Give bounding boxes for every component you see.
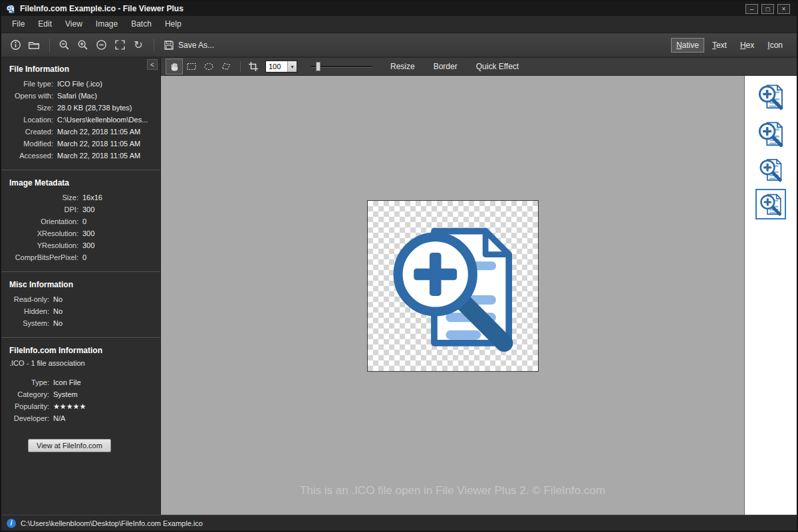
section-title: Image Metadata [1,172,160,192]
row-value: C:\Users\kellenbloom\Des... [57,114,148,126]
app-window: FileInfo.com Example.ico - File Viewer P… [0,0,798,532]
row-value: 300 [82,227,94,239]
row-label: Hidden: [1,305,49,317]
section-title: File Information [1,58,160,78]
row-label: DPI: [1,203,78,215]
row-value: 16x16 [82,192,102,203]
menu-file[interactable]: File [5,16,31,33]
save-as-button[interactable]: Save As... [160,37,218,54]
row-label: Opens with: [1,90,53,102]
row-label: YResolution: [1,239,78,251]
info-row: Location:C:\Users\kellenbloom\Des... [1,114,160,126]
icon-sizes-panel [744,76,797,515]
rect-select-tool-button[interactable] [184,59,200,74]
section-title: Misc Information [1,273,160,293]
row-label: Popularity: [1,400,49,412]
info-row: Orientation:0 [1,215,160,227]
zoom-out-button[interactable] [55,37,72,54]
info-row: Size:16x16 [1,192,160,203]
row-label: Size: [1,192,78,203]
view-at-fileinfo-button[interactable]: View at FileInfo.com [28,439,111,452]
save-as-label: Save As... [178,41,214,50]
info-row: Size:28.0 KB (28,738 bytes) [1,102,160,114]
icon-size-thumbnail[interactable] [754,117,787,150]
row-value: ICO File (.ico) [57,78,102,90]
row-label: Orientation: [1,215,78,227]
fit-screen-button[interactable] [111,37,128,54]
file-path-text: C:\Users\kellenbloom\Desktop\FileInfo.co… [21,519,203,527]
tab-icon[interactable]: Icon [763,39,787,52]
menu-batch[interactable]: Batch [124,16,158,33]
row-value: System [53,388,78,400]
info-row: Accessed:March 22, 2018 11:05 AM [1,150,160,162]
info-row: Popularity:★★★★★ [1,400,160,412]
tab-text[interactable]: Text [708,39,732,52]
row-label: XResolution: [1,227,78,239]
row-value: Safari (Mac) [57,90,97,102]
tab-hex[interactable]: Hex [735,39,759,52]
view-mode-tabs: Native Text Hex Icon [672,39,787,52]
zoom-level-combo[interactable]: 100 ▼ [265,61,297,72]
resize-button[interactable]: Resize [390,62,415,71]
hand-tool-button[interactable] [166,59,182,74]
ico-thumb [757,156,785,184]
minimize-button[interactable]: – [745,4,758,14]
chevron-down-icon[interactable]: ▼ [287,61,297,72]
row-value: March 22, 2018 11:05 AM [57,138,140,150]
tab-native[interactable]: Native [672,39,704,52]
info-button[interactable] [7,37,24,54]
row-value: 28.0 KB (28,738 bytes) [57,102,132,114]
menu-view[interactable]: View [59,16,89,33]
icon-size-thumbnail-selected[interactable] [755,189,786,219]
row-value: No [53,293,63,305]
info-row: YResolution:300 [1,239,160,251]
folder-icon [28,39,40,51]
row-value: ★★★★★ [53,400,86,412]
border-button[interactable]: Border [434,62,458,71]
ico-image [377,210,529,362]
info-row: Hidden:No [1,305,160,317]
fit-screen-icon [114,39,126,51]
row-value: N/A [53,412,65,424]
row-value: No [53,317,63,329]
row-label: System: [1,317,49,329]
quick-effect-button[interactable]: Quick Effect [476,62,519,71]
row-value: March 22, 2018 11:05 AM [57,126,140,138]
icon-size-thumbnail[interactable] [754,80,787,113]
ico-thumb [755,118,786,149]
sidebar-collapse-button[interactable]: < [147,59,158,70]
row-value: 300 [82,239,94,251]
main-toolbar: ↻ Save As... Native Text Hex Icon [1,33,797,57]
ico-thumb [757,191,784,217]
icon-size-thumbnail[interactable] [755,154,786,185]
row-label: Size: [1,102,53,114]
zoom-level-value[interactable]: 100 [266,61,287,72]
zoom-in-button[interactable] [74,37,91,54]
fileinfo-subtitle: .ICO - 1 file association [1,359,160,376]
maximize-button[interactable]: □ [761,4,774,14]
info-row: XResolution:300 [1,227,160,239]
image-canvas[interactable]: This is an .ICO file open in File Viewer… [161,76,744,515]
close-button[interactable]: × [777,4,790,14]
crop-tool-button[interactable] [245,59,261,74]
menu-edit[interactable]: Edit [31,16,59,33]
row-label: Location: [1,114,53,126]
open-folder-button[interactable] [25,37,43,54]
menu-image[interactable]: Image [89,16,124,33]
rotate-button[interactable]: ↻ [130,37,147,54]
info-row: Modified:March 22, 2018 11:05 AM [1,138,160,150]
ellipse-select-icon [203,61,214,72]
lasso-select-tool-button[interactable] [218,59,234,74]
zoom-slider[interactable] [311,62,372,71]
row-label: Type: [1,376,49,388]
info-row: Category:System [1,388,160,400]
ellipse-select-tool-button[interactable] [201,59,217,74]
menu-help[interactable]: Help [158,16,188,33]
zoom-slider-handle[interactable] [316,62,321,71]
row-value: 0 [82,215,86,227]
row-label: Accessed: [1,150,53,162]
zoom-reset-button[interactable] [92,37,110,54]
row-label: File type: [1,78,53,90]
ico-image-preview[interactable] [367,200,539,372]
info-row: Type:Icon File [1,376,160,388]
